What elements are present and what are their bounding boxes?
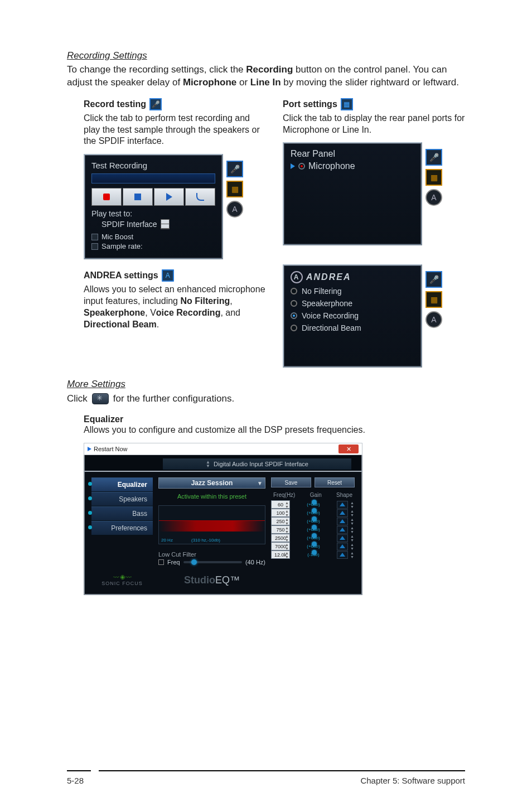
speakerphone-radio[interactable] (291, 300, 297, 307)
sidebar: Equalizer Speakers Bass Preferences 〰⦿〰 … (91, 477, 153, 586)
more-settings-button[interactable] (92, 393, 109, 404)
port-settings-title: Port settings (283, 99, 337, 109)
freq-row: 60▲▼(+0db)▲▼ (271, 500, 355, 509)
shape-select[interactable] (337, 509, 348, 517)
equalizer-desc: Allows you to configure and customize al… (84, 424, 465, 436)
freq-input[interactable]: 750▲▼ (271, 525, 290, 534)
recording-settings-intro: To change the recording settings, click … (67, 64, 465, 89)
sidebar-item-bass[interactable]: Bass (91, 506, 153, 521)
voice-recording-radio[interactable] (291, 312, 297, 319)
side-tab-andrea-icon[interactable]: A (425, 189, 442, 206)
low-cut-slider[interactable] (183, 561, 242, 563)
sonic-focus-label: SONIC FOCUS (91, 581, 153, 586)
freq-row: 7000▲▼(+0db)▲▼ (271, 542, 355, 550)
no-filtering-radio[interactable] (291, 288, 297, 294)
shape-spinner[interactable]: ▲▼ (350, 551, 355, 559)
mic-boost-checkbox[interactable] (91, 234, 98, 240)
save-button[interactable]: Save (271, 477, 311, 487)
andrea-settings-desc: Allows you to select an enhanced microph… (84, 284, 266, 330)
window-titlebar: Restart Now ✕ (84, 443, 362, 455)
side-tab-port-icon[interactable]: ▦ (425, 169, 442, 186)
close-button[interactable]: ✕ (338, 445, 359, 453)
shape-select[interactable] (337, 543, 348, 550)
andrea-logo: A ANDREA (291, 271, 414, 283)
side-tab-mic-icon[interactable]: 🎤 (226, 161, 243, 177)
record-button[interactable] (91, 188, 122, 206)
side-tab-mic-icon[interactable]: 🎤 (425, 149, 442, 166)
freq-input[interactable]: 12.0k▲▼ (271, 550, 290, 559)
low-cut-checkbox[interactable] (158, 559, 164, 565)
play-button[interactable] (154, 188, 184, 206)
shape-select[interactable] (337, 534, 348, 542)
shape-spinner[interactable]: ▲▼ (350, 534, 355, 542)
axis-label-left: 20 Hz (161, 538, 173, 543)
freq-row: 2500▲▼(+0db)▲▼ (271, 534, 355, 542)
reset-button[interactable]: Reset (315, 477, 355, 487)
chapter-label: Chapter 5: Software support (360, 776, 465, 785)
andrea-icon: A (162, 269, 174, 282)
shape-spinner[interactable]: ▲▼ (350, 501, 355, 509)
shape-select[interactable] (337, 551, 348, 559)
andrea-b3: oice Recording (156, 308, 221, 317)
intro-post: by moving the slider rightward or leftwa… (281, 77, 459, 88)
sidebar-item-preferences[interactable]: Preferences (91, 521, 153, 535)
shape-select[interactable] (337, 526, 348, 534)
andrea-panel: A ANDREA No Filtering Speakerphone Voice… (283, 264, 422, 368)
studio-eq-label: StudioEQ™ (184, 574, 240, 586)
shape-select[interactable] (337, 518, 348, 525)
opt-label: Voice Recording (302, 311, 359, 320)
sidebar-item-equalizer[interactable]: Equalizer (91, 477, 153, 492)
test-recording-panel: Test Recording Play test to: SPDIF Inter… (84, 154, 223, 259)
click-pre: Click (67, 393, 88, 404)
side-tab-port-icon[interactable]: ▦ (425, 291, 442, 308)
mic-boost-label: Mic Boost (101, 233, 133, 241)
andrea-b4: Directional Beam (84, 320, 157, 329)
spdif-label: SPDIF Interface (101, 220, 157, 229)
microphone-radio[interactable] (298, 163, 305, 170)
sample-rate-checkbox[interactable] (91, 243, 98, 250)
sidebar-item-speakers[interactable]: Speakers (91, 492, 153, 506)
andrea-b2: Speakerphone (84, 308, 145, 317)
sonic-focus-icon: 〰⦿〰 (91, 574, 153, 581)
shape-select[interactable] (337, 501, 348, 509)
activate-label: Activate within this preset (158, 492, 265, 502)
spdif-spinner[interactable] (161, 219, 170, 229)
andrea-logo-text: ANDREA (306, 272, 351, 282)
freq-input[interactable]: 2500▲▼ (271, 534, 290, 542)
side-tab-andrea-icon[interactable]: A (425, 311, 442, 328)
directional-beam-radio[interactable] (291, 325, 297, 331)
equalizer-window: Restart Now ✕ ▲▼ Digital Audio Input SPD… (84, 443, 362, 595)
side-tab-mic-icon[interactable]: 🎤 (425, 271, 442, 288)
spdif-input-label: Digital Audio Input SPDIF Interface (214, 461, 308, 467)
shape-spinner[interactable]: ▲▼ (350, 509, 355, 517)
test-recording-panel-title: Test Recording (91, 161, 215, 170)
port-icon: ▦ (341, 98, 353, 110)
shape-spinner[interactable]: ▲▼ (350, 543, 355, 550)
stop-button[interactable] (123, 188, 153, 206)
freq-input[interactable]: 100▲▼ (271, 509, 290, 517)
spinner-icon[interactable]: ▲▼ (206, 460, 210, 468)
expand-icon[interactable] (291, 163, 295, 169)
side-tab-andrea-icon[interactable]: A (226, 201, 243, 218)
shape-spinner[interactable]: ▲▼ (350, 518, 355, 525)
freq-row: 100▲▼(+0db)▲▼ (271, 509, 355, 517)
shape-spinner[interactable]: ▲▼ (350, 526, 355, 534)
play-test-label: Play test to: (91, 209, 215, 218)
mic-icon: 🎤 (149, 98, 162, 110)
freq-input[interactable]: 250▲▼ (271, 517, 290, 525)
port-settings-desc: Click the tab to display the rear panel … (283, 113, 465, 136)
intro-bold1: Recording (246, 64, 293, 75)
undo-button[interactable] (185, 188, 215, 206)
more-settings-title: More Settings (67, 379, 465, 390)
freq-row: 250▲▼(+0db)▲▼ (271, 517, 355, 525)
preset-dropdown[interactable]: Jazz Session▼ (158, 477, 265, 489)
low-cut-title: Low Cut Filter (158, 551, 265, 558)
freq-input[interactable]: 7000▲▼ (271, 542, 290, 550)
page-number: 5-28 (67, 776, 84, 785)
play-icon (88, 447, 91, 451)
side-tab-port-icon[interactable]: ▦ (226, 181, 243, 197)
freq-input[interactable]: 60▲▼ (271, 500, 290, 509)
intro-pre: To change the recording settings, click … (67, 64, 246, 75)
andrea-logo-icon: A (291, 271, 303, 283)
spdif-input-bar[interactable]: ▲▼ Digital Audio Input SPDIF Interface (163, 458, 351, 470)
